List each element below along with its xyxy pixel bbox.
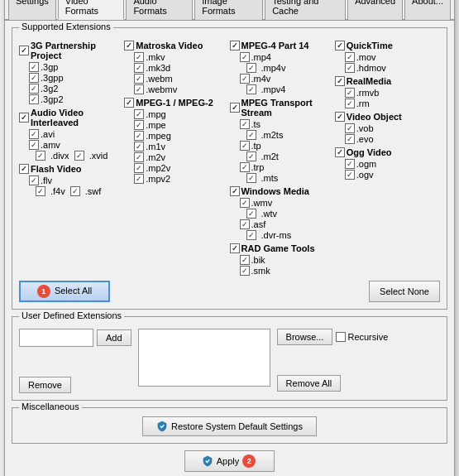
check-qt-group[interactable] — [335, 41, 345, 50]
check-vobj-group[interactable] — [335, 112, 345, 122]
select-all-badge: 1 — [37, 285, 50, 298]
apply-row: Apply 2 — [12, 450, 447, 472]
item-vob: .vob — [335, 123, 440, 133]
check-bik[interactable] — [240, 255, 250, 265]
apply-label: Apply — [217, 456, 240, 466]
check-mov[interactable] — [345, 52, 355, 62]
check-mkv[interactable] — [134, 52, 144, 62]
select-buttons-row: 1 Select All Select None — [19, 281, 440, 302]
check-xvid[interactable] — [74, 151, 84, 161]
check-avi[interactable] — [29, 129, 39, 139]
apply-button[interactable]: Apply 2 — [184, 450, 275, 472]
ext-col-1: 3G Partnership Project .3gp .3gpp .3g2 — [19, 38, 124, 276]
item-mpv4: .mpv4 — [230, 84, 335, 94]
check-m2v[interactable] — [134, 152, 144, 162]
tab-testing-cache[interactable]: Testing and Cache — [265, 0, 346, 20]
item-wmv: .wmv — [230, 198, 335, 208]
shield-icon — [156, 421, 168, 432]
check-webm[interactable] — [134, 74, 144, 84]
check-trp[interactable] — [240, 162, 250, 172]
check-dvrms[interactable] — [246, 230, 256, 240]
tab-about[interactable]: About... — [404, 0, 451, 20]
check-webmv[interactable] — [134, 84, 144, 94]
user-defined-input[interactable] — [19, 329, 93, 347]
select-none-button[interactable]: Select None — [369, 281, 440, 302]
check-hdmov[interactable] — [345, 63, 355, 73]
check-mpv2[interactable] — [134, 174, 144, 184]
check-mpeg12-group[interactable] — [124, 98, 134, 108]
check-wmv[interactable] — [240, 198, 250, 208]
check-swf[interactable] — [70, 186, 80, 196]
apply-shield-icon — [202, 455, 213, 467]
supported-extensions-label: Supported Extensions — [19, 22, 113, 31]
check-mpv4[interactable] — [246, 84, 256, 94]
select-all-button[interactable]: 1 Select All — [19, 281, 110, 302]
restore-button[interactable]: Restore System Default Settings — [142, 416, 317, 436]
check-mp4-group[interactable] — [230, 41, 240, 50]
check-mp2v[interactable] — [134, 163, 144, 173]
check-ts[interactable] — [240, 119, 250, 129]
item-evo: .evo — [335, 134, 440, 144]
item-3g2: .3g2 — [19, 84, 124, 94]
check-m2t[interactable] — [246, 151, 256, 161]
check-m1v[interactable] — [134, 142, 144, 151]
group-rad: RAD Game Tools — [230, 243, 335, 253]
tab-image-formats[interactable]: Image Formats — [194, 0, 263, 20]
browse-button[interactable]: Browse... — [277, 329, 333, 345]
remove-button[interactable]: Remove — [19, 377, 71, 393]
check-wtv[interactable] — [246, 209, 256, 219]
item-amv: .amv — [19, 140, 124, 150]
check-mts[interactable] — [246, 173, 256, 183]
item-m2ts: .m2ts — [230, 130, 335, 140]
check-mpeg-ts-group[interactable] — [230, 103, 240, 113]
misc-label: Miscellaneous — [19, 401, 82, 411]
check-asf[interactable] — [240, 219, 250, 229]
tab-video-formats[interactable]: Video Formats — [58, 0, 125, 20]
check-3gp[interactable] — [29, 62, 39, 72]
item-mkv: .mkv — [124, 52, 229, 62]
check-mkv-group[interactable] — [124, 41, 134, 50]
check-mpg[interactable] — [134, 109, 144, 119]
check-3gp-group[interactable] — [19, 46, 29, 55]
check-mk3d[interactable] — [134, 63, 144, 73]
add-button[interactable]: Add — [97, 329, 131, 346]
check-wm-group[interactable] — [230, 186, 240, 196]
check-evo[interactable] — [345, 134, 355, 144]
check-mp4v[interactable] — [246, 63, 256, 73]
check-mp4[interactable] — [240, 52, 250, 62]
check-ogm[interactable] — [345, 159, 355, 169]
check-amv[interactable] — [29, 140, 39, 150]
check-ogv[interactable] — [345, 170, 355, 180]
check-3gp2[interactable] — [29, 94, 39, 104]
item-trp: .trp — [230, 162, 335, 172]
check-mpeg[interactable] — [134, 131, 144, 141]
item-ogv: .ogv — [335, 170, 440, 180]
tab-settings[interactable]: Settings — [8, 0, 56, 20]
check-rm[interactable] — [345, 99, 355, 108]
item-mk3d: .mk3d — [124, 63, 229, 73]
check-flash-group[interactable] — [19, 164, 29, 174]
check-3gpp[interactable] — [29, 73, 39, 83]
item-f4v-swf: .f4v .swf — [19, 186, 124, 196]
remove-all-button[interactable]: Remove All — [277, 375, 342, 392]
tab-advanced[interactable]: Advanced — [347, 0, 403, 20]
check-avi-group[interactable] — [19, 113, 29, 123]
check-f4v[interactable] — [36, 186, 45, 196]
check-flv[interactable] — [29, 175, 39, 185]
recursive-checkbox[interactable] — [336, 332, 346, 342]
check-m4v[interactable] — [240, 74, 250, 84]
user-defined-listbox[interactable] — [138, 329, 270, 387]
check-smk[interactable] — [240, 266, 250, 276]
main-window: Media Preview Configuration ✕ Settings V… — [4, 0, 455, 476]
check-divx[interactable] — [36, 151, 45, 161]
check-tp[interactable] — [240, 141, 250, 151]
check-rmvb[interactable] — [345, 88, 355, 98]
check-rad-group[interactable] — [230, 243, 240, 253]
check-m2ts[interactable] — [246, 130, 256, 140]
check-mpe[interactable] — [134, 120, 144, 130]
tab-audio-formats[interactable]: Audio Formats — [126, 0, 193, 20]
check-ogg-group[interactable] — [335, 147, 345, 157]
check-3g2[interactable] — [29, 84, 39, 94]
check-vob[interactable] — [345, 123, 355, 133]
check-rm-group[interactable] — [335, 76, 345, 86]
